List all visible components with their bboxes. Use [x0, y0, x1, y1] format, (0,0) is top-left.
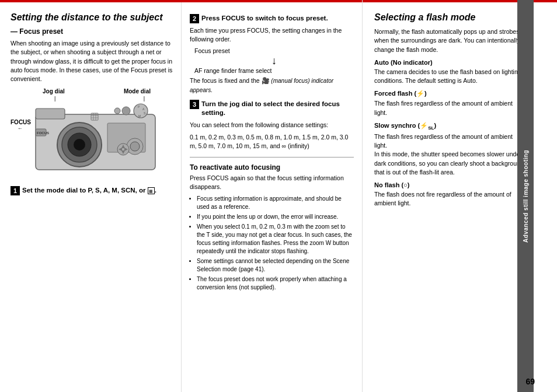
flash-none-body: The flash does not fire regardless of th…: [374, 190, 525, 208]
step3-number: 3: [190, 100, 199, 109]
step3-container: 3 Turn the jog dial to select the desire…: [190, 100, 354, 118]
focus-preset-label: Focus preset: [194, 47, 354, 54]
step2-body: Each time you press FOCUS, the setting c…: [190, 26, 354, 44]
notes-list: Focus setting information is approximate…: [190, 195, 354, 292]
focus-preset-description: When shooting an image using a previousl…: [11, 39, 173, 83]
bullet-item: The focus preset does not work properly …: [197, 275, 354, 292]
right-column: Selecting a flash mode Normally, the fla…: [362, 0, 534, 392]
svg-point-17: [130, 142, 140, 151]
reactivate-body: Press FOCUS again so that the focus sett…: [190, 174, 354, 191]
right-section-title: Selecting a flash mode: [374, 12, 525, 23]
step2-container: 2 Press FOCUS to switch to focus preset.: [190, 14, 354, 23]
flash-slow-body: The flash fires regardless of the amount…: [374, 132, 525, 177]
step3-body: You can select from the following distan…: [190, 121, 354, 130]
sidebar-label-text: Advanced still image shooting: [523, 150, 529, 243]
camera-diagram: Jog dial Mode dial | | FOCUS ←: [11, 88, 173, 181]
flash-none-heading: No flash (○): [374, 181, 525, 188]
step3-heading: Turn the jog dial to select the desired …: [201, 100, 354, 118]
svg-point-7: [122, 107, 130, 115]
sidebar-label: Advanced still image shooting: [517, 0, 534, 392]
page-number: 69: [525, 377, 535, 386]
step1-container: 1 Set the mode dial to P, S, A, M, SCN, …: [11, 186, 173, 195]
focus-label: FOCUS: [11, 119, 31, 125]
left-section-title: Setting the distance to the subject: [11, 12, 173, 23]
section-divider: [190, 157, 354, 158]
distances-text: 0.1 m, 0.2 m, 0.3 m, 0.5 m, 0.8 m, 1.0 m…: [190, 133, 354, 150]
flash-auto-body: The camera decides to use the flash base…: [374, 68, 525, 85]
flash-intro: Normally, the flash automatically pops u…: [374, 27, 525, 54]
mode-dial-label: Mode dial: [124, 88, 151, 94]
step1-number: 1: [11, 186, 20, 195]
flash-forced-heading: Forced flash (⚡): [374, 90, 525, 97]
flash-auto-heading: Auto (No indicator): [374, 59, 525, 66]
af-range-label: AF range finder frame select: [194, 67, 354, 74]
step1-heading: Set the mode dial to P, S, A, M, SCN, or…: [22, 186, 173, 195]
down-arrow: ↓: [194, 55, 354, 66]
step2-heading: Press FOCUS to switch to focus preset.: [201, 14, 354, 23]
reactivate-heading: To reactivate auto focusing: [190, 163, 354, 172]
middle-column: 2 Press FOCUS to switch to focus preset.…: [181, 0, 362, 392]
svg-text:FOCUS: FOCUS: [37, 131, 49, 135]
svg-point-5: [74, 139, 85, 150]
camera-illustration: P A S M FOCUS: [33, 103, 161, 176]
svg-point-8: [114, 108, 120, 114]
step2-number: 2: [190, 14, 199, 23]
jog-dial-label: Jog dial: [43, 88, 65, 94]
grid-icon: ▦: [148, 187, 155, 194]
flash-slow-heading: Slow synchro (⚡SL): [374, 122, 525, 131]
step2-note: The focus is fixed and the 🎥 (manual foc…: [190, 76, 354, 94]
svg-rect-1: [36, 108, 65, 119]
bullet-item: Some settings cannot be selected dependi…: [197, 257, 354, 274]
left-column: Setting the distance to the subject — Fo…: [0, 0, 181, 392]
bullet-item: Focus setting information is approximate…: [197, 195, 354, 211]
svg-text:M: M: [138, 114, 141, 118]
focus-preset-subtitle: — Focus preset: [11, 27, 173, 36]
bullet-item: If you point the lens up or down, the er…: [197, 213, 354, 221]
flash-forced-body: The flash fires regardless of the amount…: [374, 99, 525, 117]
bullet-item: When you select 0.1 m, 0.2 m, 0.3 m with…: [197, 223, 354, 256]
